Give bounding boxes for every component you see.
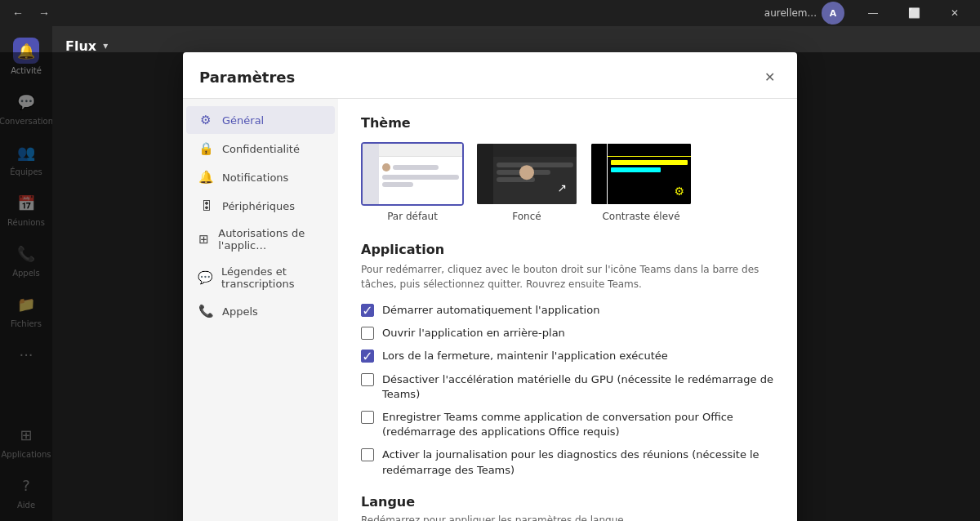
nav-item-notifications[interactable]: 🔔 Notifications bbox=[186, 163, 335, 191]
nav-label-peripheriques: Périphériques bbox=[222, 200, 295, 212]
langue-section-title: Langue bbox=[361, 494, 774, 510]
checkbox-label-keep-running: Lors de la fermeture, maintenir l'applic… bbox=[382, 349, 668, 363]
user-label: aurellem... bbox=[764, 7, 817, 19]
nav-label-notifications: Notifications bbox=[222, 171, 288, 184]
titlebar-right: aurellem... A — ⬜ ✕ bbox=[764, 0, 973, 26]
maximize-button[interactable]: ⬜ bbox=[895, 0, 933, 26]
titlebar-nav: ← → bbox=[7, 2, 56, 24]
dark-avatar bbox=[519, 165, 534, 180]
nav-item-confidentialite[interactable]: 🔒 Confidentialité bbox=[186, 135, 335, 163]
checkbox-row-open-background: Ouvrir l'application en arrière-plan bbox=[361, 326, 774, 341]
avatar: A bbox=[822, 2, 844, 24]
nav-label-appels-settings: Appels bbox=[222, 305, 258, 318]
dark-main bbox=[493, 144, 577, 204]
default-main bbox=[379, 144, 462, 204]
nav-label-confidentialite: Confidentialité bbox=[222, 143, 300, 155]
theme-preview-dark: ↗ bbox=[475, 142, 578, 206]
theme-section-title: Thème bbox=[361, 115, 774, 131]
theme-preview-default bbox=[361, 142, 464, 206]
hc-preview-inner: ⚙ bbox=[591, 144, 691, 204]
settings-dialog: Paramètres ✕ ⚙ Général 🔒 Confidentialité… bbox=[183, 52, 797, 521]
captions-icon: 💬 bbox=[198, 270, 213, 285]
dark-cursor: ↗ bbox=[557, 181, 567, 194]
checkbox-open-background[interactable] bbox=[361, 327, 374, 340]
minimize-button[interactable]: — bbox=[854, 0, 892, 26]
checkbox-label-disable-gpu: Désactiver l'accélération matérielle du … bbox=[382, 372, 774, 402]
theme-option-hc[interactable]: ⚙ Contraste élevé bbox=[590, 142, 693, 222]
nav-back-button[interactable]: ← bbox=[7, 2, 29, 24]
nav-item-appels-settings[interactable]: 📞 Appels bbox=[186, 297, 335, 325]
settings-nav: ⚙ Général 🔒 Confidentialité 🔔 Notificati… bbox=[183, 99, 338, 521]
hc-bar2 bbox=[611, 167, 661, 172]
default-content bbox=[379, 157, 462, 193]
checkbox-register-teams[interactable] bbox=[361, 411, 374, 424]
checkbox-row-register-teams: Enregistrer Teams comme application de c… bbox=[361, 410, 774, 439]
nav-item-autorisations[interactable]: ⊞ Autorisations de l'applic… bbox=[186, 220, 335, 258]
nav-forward-button[interactable]: → bbox=[33, 2, 56, 24]
hc-icon: ⚙ bbox=[674, 185, 684, 198]
hc-header bbox=[608, 144, 691, 157]
checkbox-row-journalisation: Activer la journalisation pour les diagn… bbox=[361, 448, 774, 477]
default-header bbox=[379, 144, 462, 157]
general-icon: ⚙ bbox=[198, 113, 214, 127]
checkbox-label-open-background: Ouvrir l'application en arrière-plan bbox=[382, 326, 565, 341]
device-icon: 🎛 bbox=[198, 198, 214, 213]
close-window-button[interactable]: ✕ bbox=[936, 0, 973, 26]
app-description: Pour redémarrer, cliquez avec le bouton … bbox=[361, 262, 774, 292]
lock-icon: 🔒 bbox=[198, 141, 214, 156]
titlebar: ← → aurellem... A — ⬜ ✕ bbox=[0, 0, 980, 26]
modal-overlay: Paramètres ✕ ⚙ Général 🔒 Confidentialité… bbox=[0, 52, 980, 521]
phone-icon: 📞 bbox=[198, 304, 214, 318]
default-bar3 bbox=[382, 182, 413, 187]
default-avatar bbox=[382, 163, 390, 171]
checkbox-label-journalisation: Activer la journalisation pour les diagn… bbox=[382, 448, 774, 477]
dark-preview-inner: ↗ bbox=[477, 144, 577, 204]
checkbox-row-disable-gpu: Désactiver l'accélération matérielle du … bbox=[361, 372, 774, 402]
checkbox-label-auto-start: Démarrer automatiquement l'application bbox=[382, 303, 599, 318]
bell-icon: 🔔 bbox=[198, 170, 214, 185]
default-avatar-row bbox=[382, 163, 459, 172]
theme-options: Par défaut bbox=[361, 142, 774, 222]
hc-bar1 bbox=[611, 160, 688, 165]
default-sidebar bbox=[363, 144, 379, 204]
checkbox-row-keep-running: ✓ Lors de la fermeture, maintenir l'appl… bbox=[361, 349, 774, 363]
app-section-title: Application bbox=[361, 242, 774, 257]
checkbox-row-auto-start: ✓ Démarrer automatiquement l'application bbox=[361, 303, 774, 318]
nav-item-legendes[interactable]: 💬 Légendes et transcriptions bbox=[186, 259, 335, 296]
hc-sidebar bbox=[591, 144, 608, 204]
default-bar1 bbox=[393, 165, 439, 170]
dialog-close-button[interactable]: ✕ bbox=[758, 65, 781, 88]
dark-sidebar bbox=[477, 144, 493, 204]
checkbox-auto-start[interactable]: ✓ bbox=[361, 304, 374, 317]
default-bar2 bbox=[382, 175, 459, 180]
nav-label-general: Général bbox=[222, 114, 264, 127]
checkbox-keep-running[interactable]: ✓ bbox=[361, 350, 374, 363]
default-preview-inner bbox=[363, 144, 462, 204]
nav-label-autorisations: Autorisations de l'applic… bbox=[218, 227, 323, 252]
nav-item-general[interactable]: ⚙ Général bbox=[186, 106, 335, 134]
theme-preview-hc: ⚙ bbox=[590, 142, 693, 206]
dialog-body: ⚙ Général 🔒 Confidentialité 🔔 Notificati… bbox=[183, 99, 797, 521]
main-title: Flux bbox=[65, 38, 96, 54]
user-area: aurellem... A bbox=[764, 2, 844, 24]
theme-label-hc: Contraste élevé bbox=[602, 211, 679, 222]
app-layout: 🔔 Activité 💬 Conversation 👥 Équipes 📅 Ré… bbox=[0, 26, 980, 521]
theme-option-dark[interactable]: ↗ Foncé bbox=[475, 142, 578, 222]
dialog-title: Paramètres bbox=[199, 69, 295, 86]
checkbox-disable-gpu[interactable] bbox=[361, 373, 374, 386]
dropdown-icon[interactable]: ▾ bbox=[103, 40, 108, 51]
app-perm-icon: ⊞ bbox=[198, 232, 210, 247]
checkbox-journalisation[interactable] bbox=[361, 448, 374, 461]
settings-content: Thème bbox=[338, 99, 797, 521]
dark-bar1 bbox=[497, 163, 573, 167]
nav-item-peripheriques[interactable]: 🎛 Périphériques bbox=[186, 192, 335, 220]
dark-header bbox=[493, 144, 577, 157]
titlebar-left: ← → bbox=[7, 2, 56, 24]
checkbox-label-register-teams: Enregistrer Teams comme application de c… bbox=[382, 410, 774, 439]
theme-label-default: Par défaut bbox=[387, 211, 438, 222]
nav-label-legendes: Légendes et transcriptions bbox=[221, 265, 323, 290]
dialog-header: Paramètres ✕ bbox=[183, 52, 797, 99]
theme-label-dark: Foncé bbox=[512, 211, 541, 222]
langue-description: Redémarrez pour appliquer les paramètres… bbox=[361, 514, 774, 521]
theme-option-default[interactable]: Par défaut bbox=[361, 142, 464, 222]
